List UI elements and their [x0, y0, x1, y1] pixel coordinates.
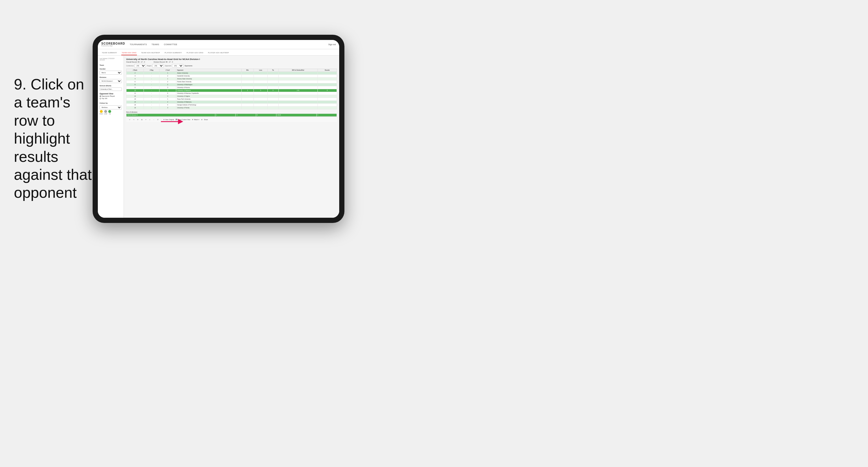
th-conf: # Conf [159, 69, 176, 72]
out-of-division-label: Out of division [126, 111, 337, 113]
filter-region: Region (All) [147, 64, 164, 67]
th-rounds: Rounds [318, 69, 337, 72]
more-button[interactable]: ··· [153, 118, 155, 121]
tab-player-h2h-grid[interactable]: PLAYER H2H GRID [186, 51, 204, 55]
filters-row: Conference (All) Region (All) [126, 64, 337, 67]
table-row[interactable]: 13-1Texas Tech University [126, 98, 337, 101]
division-section: Division NCAA Division I [99, 77, 122, 83]
sub-nav: TEAM SUMMARY TEAM H2H GRID TEAM H2H HEAT… [98, 49, 339, 56]
panel-records: Overall Record: 89 - 17 - 0 Division Rec… [126, 61, 337, 63]
gender-select[interactable]: Men's [99, 71, 122, 75]
filter-opponent: Opponent (All) [165, 64, 184, 67]
filter-conference: Conference (All) [126, 64, 146, 67]
main-content: Last Updated: 27/03/2024 16:55:38 Team G… [98, 56, 339, 218]
table-row[interactable]: 3-2Vanderbilt University [126, 75, 337, 78]
level-label: Level [104, 113, 107, 115]
th-reg: # Reg [144, 69, 159, 72]
division-label: Division [99, 77, 122, 78]
table-row[interactable]: 12-3University of Virginia [126, 95, 337, 98]
top-100-radio[interactable] [99, 98, 101, 99]
level-dot [104, 110, 107, 113]
team-label: Team [99, 64, 122, 66]
step-number: 9. [14, 76, 26, 93]
conference-label: Conference [126, 65, 134, 66]
up-legend: Up [108, 110, 111, 115]
options-button[interactable]: ⚙ [201, 119, 202, 120]
th-win: Win [241, 69, 253, 72]
colour-section: Colour by Win/loss Down Level [99, 102, 122, 115]
down-label: Down [99, 113, 103, 115]
table-row[interactable]: 9-3University of Arizona [126, 86, 337, 89]
clock-button[interactable]: ⏱ [157, 118, 159, 121]
tab-team-summary[interactable]: TEAM SUMMARY [101, 51, 118, 55]
logo-powered: Powered by clippi [101, 45, 125, 47]
region-label: Region [147, 65, 152, 66]
tablet-frame: SCOREBOARD Powered by clippi TOURNAMENTS… [93, 35, 344, 223]
conference-select[interactable]: (All) [134, 64, 146, 67]
sidebar: Last Updated: 27/03/2024 16:55:38 Team G… [98, 56, 124, 218]
table-row[interactable]: 10-5University of Alabama3002.618 [126, 89, 337, 92]
grid-panel: University of North Carolina Head-to-Hea… [124, 56, 339, 218]
gender-label: Gender [99, 68, 122, 70]
region-select[interactable]: (All) [152, 64, 164, 67]
opponents-played-option[interactable]: Opponents Played [99, 95, 122, 97]
colour-legend: Down Level Up [99, 110, 122, 115]
out-division-row[interactable]: NCAA Division II10026.003 [126, 114, 337, 117]
th-opponent: Opponent [176, 69, 241, 72]
table-row[interactable]: 2-1Auburn University [126, 72, 337, 75]
th-tie: Tie [268, 69, 278, 72]
watch-button[interactable]: 👁 Watch ▾ [192, 119, 199, 120]
team-section: Team [99, 64, 122, 66]
up-dot [108, 110, 111, 113]
logo-area: SCOREBOARD Powered by clippi [101, 42, 125, 47]
out-of-division-table: NCAA Division II10026.003 [126, 114, 337, 117]
nav-tournaments[interactable]: TOURNAMENTS [130, 43, 147, 46]
table-row[interactable]: 8-2University of Washington [126, 83, 337, 86]
instruction-body: Click on a team's row to highlight resul… [14, 76, 92, 201]
share-button[interactable]: Share [204, 119, 208, 120]
nav-bar: SCOREBOARD Powered by clippi TOURNAMENTS… [98, 40, 339, 49]
redo-button[interactable]: ↪ [132, 118, 135, 121]
table-row[interactable]: 15-4Georgia Institute of Technology [126, 104, 337, 107]
panel-header: University of North Carolina Head-to-Hea… [126, 58, 337, 67]
nav-committee[interactable]: COMMITTEE [164, 43, 178, 46]
out-of-division-section: Out of division NCAA Division II10026.00… [126, 111, 337, 117]
tab-team-h2h-grid[interactable]: TEAM H2H GRID [121, 51, 137, 55]
nav-links: TOURNAMENTS TEAMS COMMITTEE [130, 43, 323, 46]
division-select[interactable]: NCAA Division I [99, 79, 122, 83]
nav-sign-out[interactable]: Sign out [328, 43, 336, 46]
tab-player-h2h-heatmap[interactable]: PLAYER H2H HEATMAP [208, 51, 230, 55]
table-header-row: # Rank # Reg # Conf Opponent Win Loss Ti… [126, 69, 337, 72]
school-section: School (Rank) [99, 85, 122, 91]
tab-player-summary[interactable]: PLAYER SUMMARY [164, 51, 183, 55]
table-row[interactable]: 6-2Florida State University [126, 81, 337, 83]
nav-teams[interactable]: TEAMS [152, 43, 159, 46]
opponent-select[interactable]: (All) [172, 64, 184, 67]
opponent-view-label: Opponent View [99, 93, 122, 95]
grid-button[interactable]: ⊞ [141, 118, 143, 121]
opponent-label: Opponent [165, 65, 172, 66]
opponents-label: Opponents: [185, 65, 193, 66]
tab-team-h2h-heatmap[interactable]: TEAM H2H HEATMAP [141, 51, 160, 55]
tablet-screen: SCOREBOARD Powered by clippi TOURNAMENTS… [98, 40, 339, 218]
up-label: Up [109, 113, 111, 115]
top-100-option[interactable]: Top 100 [99, 97, 122, 99]
overall-record-label: Overall Record: 89 - 17 - 0 [126, 61, 145, 63]
table-row[interactable]: 4-1Arizona State University [126, 78, 337, 81]
th-rank: # Rank [126, 69, 144, 72]
table-row[interactable]: 14-2University of Oklahoma [126, 101, 337, 104]
colour-by-select[interactable]: Win/loss [99, 106, 122, 110]
opponents-played-radio[interactable] [99, 95, 101, 97]
division-record-label: Division Record: 88 - 17 - 0 [154, 61, 173, 63]
undo-button[interactable]: ↩ [128, 118, 131, 121]
school-label: School (Rank) [99, 85, 122, 87]
school-input[interactable] [99, 87, 122, 91]
scissors-button[interactable]: ✂ [145, 118, 147, 121]
table-row[interactable]: 11-6University of Arkansas, Fayetteville [126, 92, 337, 95]
colour-by-label: Colour by [99, 102, 122, 104]
table-row[interactable]: 16-3University of Florida [126, 107, 337, 110]
add-button[interactable]: + [149, 118, 151, 121]
refresh-button[interactable]: ⟳ [136, 118, 139, 121]
instruction-text: 9. Click on a team's row to highlight re… [14, 75, 95, 202]
gender-section: Gender Men's [99, 68, 122, 75]
